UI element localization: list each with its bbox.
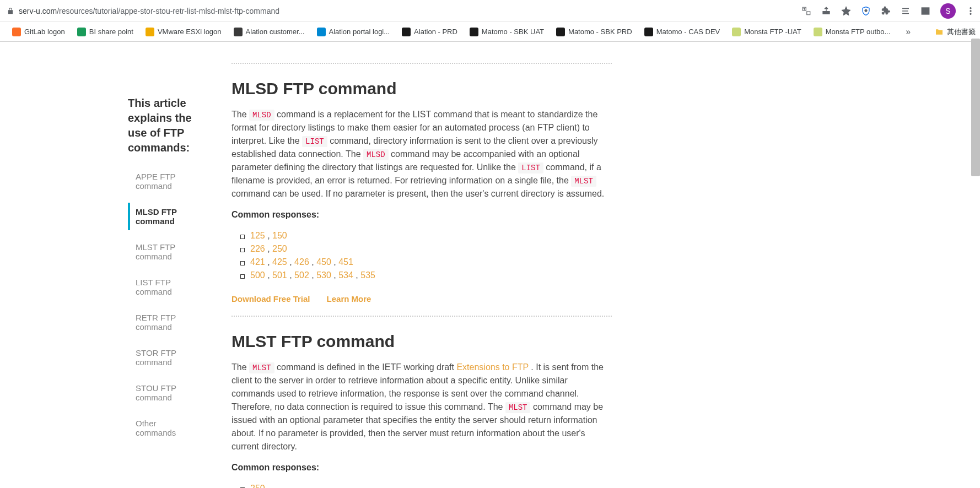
bookmark-favicon (814, 28, 822, 36)
menu-dots-icon[interactable] (966, 6, 976, 16)
bookmarks-overflow[interactable]: » (901, 27, 915, 37)
separator: , (265, 244, 272, 253)
bookmark-label: Monsta FTP -UAT (744, 28, 801, 36)
browser-actions: S (801, 3, 976, 19)
response-code-link[interactable]: 451 (338, 257, 353, 267)
vertical-scrollbar[interactable] (971, 39, 980, 176)
separator: , (265, 257, 272, 267)
separator: , (331, 257, 338, 267)
svg-point-4 (970, 13, 972, 14)
response-code-link[interactable]: 125 (250, 231, 265, 240)
response-row: 250 (250, 482, 612, 488)
sidebar-item[interactable]: MLST FTP command (128, 238, 193, 265)
svg-point-2 (970, 7, 972, 9)
bookmark-favicon (732, 28, 741, 36)
reading-list-icon[interactable] (901, 6, 911, 16)
sidebar-item[interactable]: RETR FTP command (128, 308, 193, 336)
sidebar-item[interactable]: Other commands (128, 414, 193, 442)
star-icon[interactable] (841, 6, 851, 16)
section-heading: MLST FTP command (231, 332, 612, 351)
section-body: The MLST command is defined in the IETF … (231, 361, 612, 453)
response-code-link[interactable]: 250 (272, 244, 287, 253)
bookmark-favicon (77, 28, 86, 36)
bookmark-label: BI share point (89, 28, 133, 36)
bookmark-item[interactable]: Matomo - CAS DEV (640, 25, 725, 39)
response-code-link[interactable]: 534 (338, 270, 353, 280)
responses-label: Common responses: (231, 208, 612, 221)
sidebar-item[interactable]: STOR FTP command (128, 344, 193, 371)
bookmark-item[interactable]: VMware ESXi logon (141, 25, 226, 39)
separator: , (287, 257, 294, 267)
share-icon[interactable] (821, 6, 831, 16)
response-code-link[interactable]: 421 (250, 257, 265, 267)
response-code-link[interactable]: 502 (294, 270, 309, 280)
bookmark-item[interactable]: Monsta FTP outbo... (809, 25, 895, 39)
cta-link[interactable]: Learn More (327, 294, 371, 303)
bookmark-item[interactable]: Matomo - SBK UAT (465, 25, 548, 39)
svg-point-0 (865, 9, 868, 12)
lock-icon (7, 7, 14, 15)
divider (231, 63, 612, 64)
bookmark-label: Alation - PRD (414, 28, 457, 36)
bookmarks-folder-label: 其他書籤 (947, 27, 976, 37)
response-code-link[interactable]: 535 (360, 270, 375, 280)
bookmark-label: Monsta FTP outbo... (826, 28, 891, 36)
extensions-icon[interactable] (881, 6, 891, 16)
article-sidebar: This article explains the use of FTP com… (0, 53, 204, 488)
bookmark-favicon (470, 28, 478, 36)
shield-icon[interactable] (861, 6, 871, 16)
article-content: MLSD FTP commandThe MLSD command is a re… (204, 53, 623, 488)
sidebar-item[interactable]: STOU FTP command (128, 379, 193, 406)
separator: , (265, 231, 272, 240)
response-code-link[interactable]: 426 (294, 257, 309, 267)
bookmark-favicon (234, 28, 243, 36)
cta-link[interactable]: Download Free Trial (231, 294, 310, 303)
response-code-link[interactable]: 500 (250, 270, 265, 280)
section-body: The MLSD command is a replacement for th… (231, 108, 612, 200)
url-text[interactable]: serv-u.com/resources/tutorial/appe-stor-… (19, 7, 279, 15)
bookmark-label: Matomo - SBK UAT (482, 28, 544, 36)
response-code-link[interactable]: 425 (272, 257, 287, 267)
bookmark-item[interactable]: Matomo - SBK PRD (552, 25, 637, 39)
response-code-link[interactable]: 226 (250, 244, 265, 253)
responses-list: 125 , 150226 , 250421 , 425 , 426 , 450 … (231, 229, 612, 282)
section-heading: MLSD FTP command (231, 79, 612, 98)
profile-avatar[interactable]: S (940, 3, 956, 19)
bookmark-label: VMware ESXi logon (158, 28, 222, 36)
folder-icon (935, 28, 944, 36)
responses-list: 250421 , 450 , 451500 , 501 , 502 , 530 … (231, 482, 612, 488)
bookmarks-folder[interactable]: 其他書籤 (930, 25, 980, 39)
bookmark-label: Alation portal logi... (329, 28, 390, 36)
bookmark-item[interactable]: Alation portal logi... (313, 25, 395, 39)
sidebar-item-active[interactable]: MLSD FTP command (128, 203, 193, 230)
window-icon[interactable] (920, 6, 930, 16)
bookmark-label: Matomo - SBK PRD (568, 28, 632, 36)
response-code-link[interactable]: 450 (316, 257, 331, 267)
sidebar-item[interactable]: APPE FTP command (128, 167, 193, 195)
response-code-link[interactable]: 250 (250, 484, 265, 488)
separator: , (331, 270, 338, 280)
bookmark-item[interactable]: BI share point (73, 25, 138, 39)
bookmark-label: GitLab logon (24, 28, 65, 36)
bookmark-item[interactable]: Alation - PRD (397, 25, 462, 39)
browser-address-bar: serv-u.com/resources/tutorial/appe-stor-… (0, 0, 980, 22)
cta-row: Download Free TrialLearn More (231, 294, 612, 303)
bookmark-item[interactable]: Monsta FTP -UAT (728, 25, 806, 39)
response-code-link[interactable]: 150 (272, 231, 287, 240)
translate-icon[interactable] (801, 6, 811, 16)
bookmark-favicon (12, 28, 21, 36)
separator: , (287, 270, 294, 280)
bookmark-item[interactable]: Alation customer... (229, 25, 309, 39)
bookmark-item[interactable]: GitLab logon (8, 25, 69, 39)
sidebar-title: This article explains the use of FTP com… (128, 96, 193, 155)
svg-point-3 (970, 10, 972, 12)
sidebar-item[interactable]: LIST FTP command (128, 273, 193, 301)
divider (231, 316, 612, 317)
response-code-link[interactable]: 501 (272, 270, 287, 280)
separator: , (265, 270, 272, 280)
response-row: 421 , 425 , 426 , 450 , 451 (250, 256, 612, 269)
bookmark-label: Alation customer... (246, 28, 305, 36)
separator: , (353, 270, 360, 280)
response-code-link[interactable]: 530 (316, 270, 331, 280)
bookmark-favicon (644, 28, 653, 36)
